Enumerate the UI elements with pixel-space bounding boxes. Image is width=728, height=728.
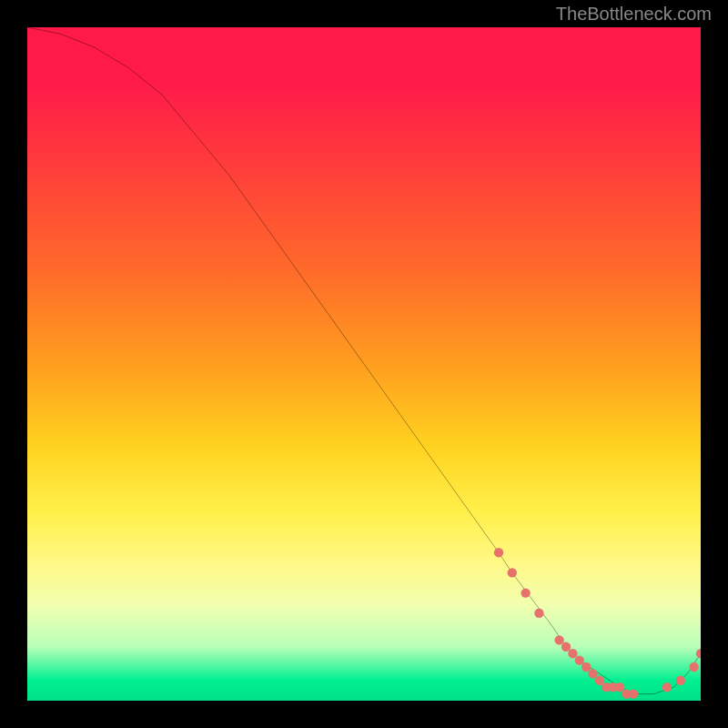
marker-point	[508, 568, 517, 577]
marker-point	[615, 682, 624, 692]
marker-point	[561, 642, 571, 652]
watermark-text: TheBottleneck.com	[556, 4, 712, 25]
marker-point	[581, 662, 591, 672]
marker-point	[521, 588, 530, 597]
marker-point	[595, 676, 604, 685]
marker-point	[602, 682, 611, 692]
chart-svg	[27, 27, 701, 701]
bottleneck-curve	[27, 27, 701, 694]
marker-point	[662, 682, 672, 692]
points-layer	[494, 548, 701, 699]
marker-point	[676, 676, 685, 685]
chart-plot-area	[27, 27, 701, 701]
marker-point	[534, 609, 543, 618]
marker-point	[629, 689, 638, 698]
marker-point	[588, 669, 597, 678]
marker-point	[689, 662, 698, 672]
marker-point	[494, 548, 503, 557]
marker-point	[575, 655, 584, 664]
marker-point	[568, 649, 577, 658]
marker-point	[609, 682, 618, 692]
marker-point	[696, 649, 701, 658]
marker-point	[622, 689, 631, 698]
curve-layer	[27, 27, 701, 694]
marker-point	[554, 635, 563, 644]
